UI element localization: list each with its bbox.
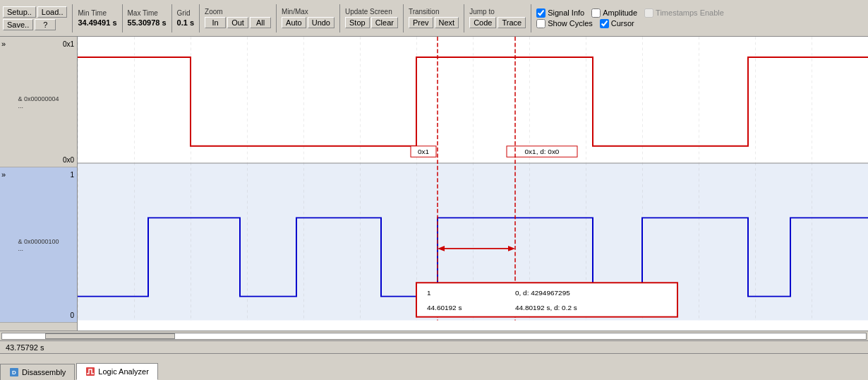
sep1 [72, 4, 73, 32]
cursor-option[interactable]: Cursor [600, 19, 634, 28]
bottom-signal-arrow[interactable]: » [1, 170, 6, 179]
file-group: Setup.. Load.. Save.. ? [3, 6, 67, 30]
zoom-in-button[interactable]: In [205, 17, 226, 28]
show-cycles-label: Show Cycles [548, 19, 593, 28]
sep6 [339, 4, 340, 32]
max-time-group: Max Time 55.30978 s [128, 9, 167, 27]
signal-info-label: Signal Info [548, 8, 584, 17]
help-button[interactable]: ? [35, 19, 56, 30]
svg-text:1: 1 [427, 289, 431, 297]
sep3 [171, 4, 172, 32]
minmax-group: Min/Max Auto Undo [282, 8, 334, 28]
zoom-label: Zoom [205, 8, 223, 16]
sep9 [531, 4, 531, 32]
tab-bar: D Disassembly Logic Analyzer [0, 353, 868, 380]
max-time-label: Max Time [128, 9, 158, 17]
svg-text:0,  d: 4294967295: 0, d: 4294967295 [515, 289, 570, 297]
scrollbar-track[interactable] [1, 333, 867, 340]
horizontal-scrollbar[interactable] [0, 331, 868, 340]
sep5 [276, 4, 277, 32]
sep4 [199, 4, 200, 32]
timestamps-label: Timestamps Enable [656, 8, 724, 17]
grid-group: Grid 0.1 s [177, 9, 194, 27]
sep8 [464, 4, 464, 32]
top-val-low: 0x0 [63, 156, 74, 164]
transition-label: Transition [409, 8, 440, 16]
options-group: Signal Info Amplitude Timestamps Enable … [536, 8, 724, 28]
top-signal-dots: ... [18, 102, 23, 109]
timestamps-option[interactable]: Timestamps Enable [644, 8, 724, 18]
svg-text:0x1: 0x1 [418, 148, 429, 156]
stop-button[interactable]: Stop [345, 17, 370, 28]
tab-disassembly[interactable]: D Disassembly [0, 364, 75, 380]
clear-button[interactable]: Clear [371, 17, 398, 28]
top-signal-label: » 0x1 & 0x00000004 ... 0x0 [0, 37, 77, 167]
update-label: Update Screen [345, 8, 392, 16]
bottom-signal-dots: ... [18, 245, 23, 252]
bottom-val-low: 0 [70, 311, 74, 319]
svg-rect-14 [416, 283, 677, 316]
scrollbar-thumb[interactable] [45, 333, 175, 339]
sep7 [403, 4, 404, 32]
signal-info-checkbox[interactable] [536, 8, 545, 18]
prev-button[interactable]: Prev [409, 17, 433, 28]
save-button[interactable]: Save.. [3, 19, 33, 30]
jump-to-label: Jump to [469, 8, 495, 16]
main-area: » 0x1 & 0x00000004 ... 0x0 » 1 [0, 37, 868, 353]
tab-logic-analyzer-label: Logic Analyzer [98, 367, 149, 376]
waveform-svg[interactable]: 0x1 0x1, d: 0x0 1 0, d: 429496729 [78, 37, 868, 331]
load-button[interactable]: Load.. [37, 6, 68, 18]
zoom-all-button[interactable]: All [250, 17, 271, 28]
top-val-high: 0x1 [63, 40, 74, 48]
jump-group: Jump to Code Trace [469, 8, 526, 28]
amplitude-option[interactable]: Amplitude [591, 8, 637, 18]
setup-button[interactable]: Setup.. [3, 6, 36, 18]
bottom-signal-label: » 1 & 0x00000100 ... 0 [0, 167, 77, 323]
bottom-signal-name: & 0x00000100 [18, 238, 59, 245]
svg-rect-3 [78, 37, 868, 320]
timestamps-checkbox[interactable] [644, 8, 653, 18]
sep2 [122, 4, 123, 32]
tab-disassembly-label: Disassembly [22, 368, 66, 376]
toolbar: Setup.. Load.. Save.. ? Min Time 34.4949… [0, 0, 868, 37]
tab-logic-analyzer[interactable]: Logic Analyzer [76, 363, 158, 380]
time-group: Min Time 34.49491 s [78, 9, 116, 27]
amplitude-checkbox[interactable] [591, 8, 601, 18]
minmax-label: Min/Max [282, 8, 308, 16]
time-position: 43.75792 s [6, 343, 44, 352]
show-cycles-checkbox[interactable] [536, 19, 545, 28]
signal-labels: » 0x1 & 0x00000004 ... 0x0 » 1 [0, 37, 78, 331]
grid-label: Grid [177, 9, 191, 17]
disassembly-icon: D [9, 367, 19, 377]
top-signal-arrow[interactable]: » [1, 40, 6, 48]
cursor-label: Cursor [611, 19, 634, 28]
svg-text:D: D [12, 369, 16, 376]
next-button[interactable]: Next [435, 17, 459, 28]
update-group: Update Screen Stop Clear [345, 8, 398, 28]
svg-rect-21 [86, 367, 95, 376]
code-button[interactable]: Code [469, 17, 496, 28]
trace-button[interactable]: Trace [498, 17, 526, 28]
svg-text:0x1,  d: 0x0: 0x1, d: 0x0 [525, 148, 560, 156]
svg-text:44.60192 s: 44.60192 s [427, 304, 462, 311]
signal-area: » 0x1 & 0x00000004 ... 0x0 » 1 [0, 37, 868, 331]
min-time-val: 34.49491 s [78, 18, 116, 27]
auto-button[interactable]: Auto [282, 17, 306, 28]
signal-info-option[interactable]: Signal Info [536, 8, 584, 18]
grid-val: 0.1 s [177, 18, 194, 27]
logic-analyzer-icon [85, 367, 95, 376]
min-time-label: Min Time [78, 9, 107, 17]
waveform-area[interactable]: 0x1 0x1, d: 0x0 1 0, d: 429496729 [78, 37, 868, 331]
show-cycles-option[interactable]: Show Cycles [536, 19, 593, 28]
time-bar: 43.75792 s [0, 340, 868, 353]
max-time-val: 55.30978 s [128, 18, 167, 27]
bottom-val-high: 1 [70, 171, 74, 179]
amplitude-label: Amplitude [603, 8, 637, 17]
zoom-out-button[interactable]: Out [227, 17, 248, 28]
transition-group: Transition Prev Next [409, 8, 459, 28]
undo-button[interactable]: Undo [308, 17, 334, 28]
zoom-group: Zoom In Out All [205, 8, 271, 28]
svg-text:44.80192 s,  d: 0.2 s: 44.80192 s, d: 0.2 s [515, 304, 577, 311]
cursor-checkbox[interactable] [600, 19, 609, 28]
top-signal-name: & 0x00000004 [18, 95, 59, 102]
